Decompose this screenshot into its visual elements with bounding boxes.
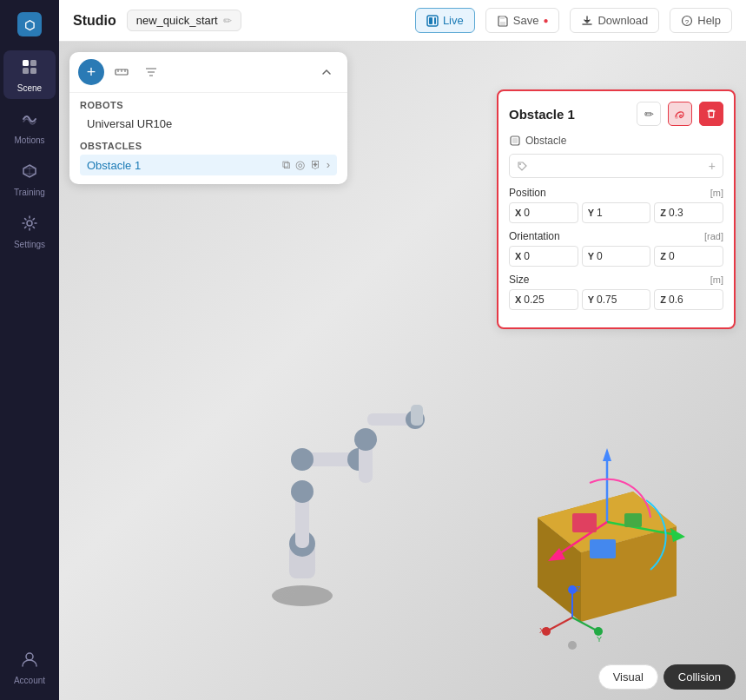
copy-icon[interactable]: ⧉	[282, 158, 290, 172]
orientation-unit: [rad]	[704, 231, 723, 241]
add-tag-button[interactable]: +	[709, 159, 716, 173]
orientation-y-axis: Y	[588, 251, 594, 261]
position-z-input[interactable]: Z 0.3	[654, 202, 723, 223]
visual-tab-button[interactable]: Visual	[598, 664, 658, 690]
svg-rect-49	[624, 513, 642, 527]
position-unit: [m]	[710, 188, 723, 198]
save-label: Save	[513, 14, 539, 27]
size-y-input[interactable]: Y 0.75	[582, 289, 651, 310]
scene-area[interactable]: +	[59, 42, 746, 700]
visual-tab-label: Visual	[613, 670, 644, 683]
orientation-label: Orientation	[509, 230, 560, 242]
sidebar-item-account[interactable]: Account	[3, 643, 56, 691]
obstacles-section-label: OBSTACLES	[80, 141, 337, 151]
app-logo: ⬡	[12, 7, 47, 42]
axis-orientation-widget: Z X Y	[538, 583, 607, 652]
svg-rect-47	[572, 513, 597, 532]
filter-icon-btn[interactable]	[139, 60, 163, 84]
project-name-field[interactable]: new_quick_start ✏	[127, 10, 241, 31]
training-icon	[20, 162, 39, 185]
live-label: Live	[443, 14, 464, 27]
size-label: Size	[509, 274, 529, 286]
svg-marker-42	[603, 448, 611, 461]
orientation-inputs: X 0 Y 0 Z 0	[509, 246, 723, 267]
sidebar-item-label-training: Training	[14, 188, 45, 197]
position-y-val: 1	[597, 207, 603, 219]
save-button[interactable]: Save ●	[485, 8, 560, 33]
collapse-icon-btn[interactable]	[314, 60, 339, 84]
size-x-input[interactable]: X 0.25	[509, 289, 578, 310]
size-x-axis: X	[515, 294, 521, 305]
position-z-axis: Z	[660, 208, 666, 218]
help-button[interactable]: ? Help	[670, 8, 732, 33]
position-z-val: 0.3	[669, 207, 683, 219]
live-button[interactable]: Live	[415, 8, 475, 33]
topbar: Studio new_quick_start ✏ Live Save ●	[59, 0, 746, 42]
add-button[interactable]: +	[78, 59, 104, 85]
svg-rect-3	[30, 60, 36, 66]
size-z-axis: Z	[660, 294, 666, 305]
svg-rect-2	[23, 60, 29, 66]
svg-line-67	[572, 617, 597, 631]
props-paint-button[interactable]	[668, 102, 692, 126]
orientation-z-axis: Z	[660, 251, 666, 261]
position-x-axis: X	[515, 208, 521, 218]
robot-item-ur10e[interactable]: Universal UR10e	[80, 114, 337, 134]
motions-icon	[20, 109, 39, 133]
sidebar: ⬡ Scene Motions Tr	[0, 0, 59, 700]
sidebar-item-label-account: Account	[14, 676, 45, 685]
collision-tab-button[interactable]: Collision	[663, 664, 736, 690]
size-unit: [m]	[710, 274, 723, 285]
sidebar-item-settings[interactable]: Settings	[3, 207, 56, 255]
download-label: Download	[597, 14, 648, 27]
size-y-val: 0.75	[597, 294, 617, 306]
svg-point-6	[27, 221, 32, 226]
pencil-icon: ✏	[644, 108, 654, 121]
size-z-input[interactable]: Z 0.6	[654, 289, 723, 310]
orientation-x-val: 0	[524, 250, 530, 262]
orientation-z-val: 0	[669, 250, 675, 262]
props-delete-button[interactable]	[699, 102, 723, 126]
chevron-right-icon[interactable]: ›	[327, 158, 330, 172]
panel-toolbar: +	[69, 52, 347, 93]
properties-panel: Obstacle 1 ✏	[497, 89, 736, 329]
props-subtitle: Obstacle	[509, 135, 723, 147]
sidebar-item-training[interactable]: Training	[3, 155, 56, 203]
position-field-group: Position [m] X 0 Y 1 Z 0.3	[509, 187, 723, 223]
obstacle-item-1[interactable]: Obstacle 1 ⧉ ◎ ⛨ ›	[80, 155, 337, 175]
orientation-field-group: Orientation [rad] X 0 Y 0 Z 0	[509, 230, 723, 267]
ruler-icon-btn[interactable]	[109, 60, 134, 84]
orientation-z-input[interactable]: Z 0	[654, 246, 723, 267]
sidebar-item-motions[interactable]: Motions	[3, 102, 56, 151]
position-x-input[interactable]: X 0	[509, 202, 578, 223]
orientation-y-input[interactable]: Y 0	[582, 246, 651, 267]
project-name-text: new_quick_start	[136, 14, 218, 27]
download-button[interactable]: Download	[570, 8, 659, 33]
position-y-input[interactable]: Y 1	[582, 202, 651, 223]
orientation-x-input[interactable]: X 0	[509, 246, 578, 267]
sidebar-bottom: Account	[3, 641, 56, 693]
help-icon: ?	[681, 15, 693, 27]
tag-icon	[517, 161, 528, 172]
shield-icon[interactable]: ⛨	[310, 158, 321, 172]
position-y-axis: Y	[588, 208, 594, 218]
size-z-val: 0.6	[669, 294, 683, 306]
svg-text:Y: Y	[597, 635, 602, 644]
props-edit-button[interactable]: ✏	[637, 102, 661, 126]
visibility-icon[interactable]: ◎	[295, 158, 305, 172]
svg-text:⬡: ⬡	[24, 18, 35, 32]
scene-panel: +	[69, 52, 347, 184]
obstacle-type-icon	[509, 135, 521, 147]
download-icon	[581, 15, 593, 27]
sidebar-item-scene[interactable]: Scene	[3, 50, 56, 99]
add-icon: +	[87, 63, 96, 82]
live-icon	[426, 15, 439, 27]
svg-text:Z: Z	[576, 584, 581, 593]
props-tags-area: +	[509, 154, 723, 178]
main-area: Studio new_quick_start ✏ Live Save ●	[59, 0, 746, 700]
size-field-group: Size [m] X 0.25 Y 0.75 Z 0.6	[509, 274, 723, 310]
robots-section-label: ROBOTS	[80, 100, 337, 110]
position-label: Position	[509, 187, 546, 199]
sidebar-item-label-settings: Settings	[14, 240, 45, 249]
obstacle-item-label: Obstacle 1	[87, 159, 141, 172]
